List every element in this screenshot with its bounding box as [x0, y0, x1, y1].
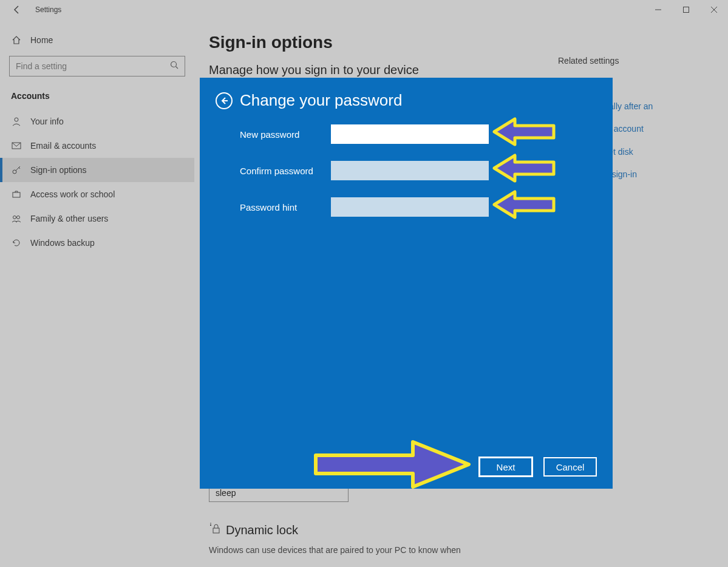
home-label: Home [30, 35, 53, 45]
search-box[interactable] [9, 56, 185, 76]
sidebar-item-your-info[interactable]: Your info [0, 109, 194, 134]
password-hint-label: Password hint [240, 202, 331, 212]
sidebar-item-backup[interactable]: Windows backup [0, 231, 194, 255]
sidebar-item-label: Windows backup [30, 238, 95, 248]
sidebar-item-label: Family & other users [30, 214, 108, 223]
dynamic-lock-desc: Windows can use devices that are paired … [209, 545, 546, 555]
sidebar-item-family[interactable]: Family & other users [0, 206, 194, 231]
sidebar-item-label: Sign-in options [30, 165, 87, 175]
svg-marker-18 [316, 442, 469, 487]
svg-rect-1 [684, 7, 689, 13]
sidebar-section-label: Accounts [0, 87, 194, 109]
sidebar-item-work-school[interactable]: Access work or school [0, 182, 194, 206]
password-hint-input[interactable] [331, 197, 489, 217]
search-input[interactable] [16, 61, 170, 71]
people-icon [11, 214, 22, 223]
window-title: Settings [35, 5, 61, 14]
home-icon [11, 35, 22, 45]
dynamic-lock-heading: Dynamic lock [209, 523, 546, 538]
svg-marker-17 [494, 192, 554, 217]
annotation-arrow-left-icon [491, 152, 557, 185]
sidebar-item-label: Email & accounts [30, 141, 96, 151]
refresh-icon [11, 238, 22, 248]
minimize-button[interactable] [644, 0, 672, 19]
svg-line-10 [19, 168, 20, 169]
home-nav[interactable]: Home [0, 28, 194, 52]
dialog-back-button[interactable] [216, 92, 233, 109]
new-password-input[interactable] [331, 124, 489, 144]
annotation-arrow-left-icon [491, 115, 557, 149]
dialog-title: Change your password [240, 91, 402, 110]
back-button[interactable] [6, 5, 28, 15]
sidebar-item-sign-in[interactable]: Sign-in options [0, 158, 194, 182]
svg-rect-14 [213, 528, 219, 533]
new-password-label: New password [240, 129, 331, 140]
svg-marker-16 [494, 155, 554, 181]
svg-line-5 [176, 67, 179, 69]
sparkle-lock-icon [209, 523, 221, 538]
svg-point-6 [15, 118, 18, 121]
cancel-button[interactable]: Cancel [543, 457, 597, 477]
key-icon [11, 165, 22, 175]
svg-point-4 [171, 62, 177, 67]
sidebar-item-email[interactable]: Email & accounts [0, 134, 194, 158]
briefcase-icon [11, 189, 22, 199]
sidebar: Home Accounts Your info Email & accounts… [0, 19, 194, 567]
svg-point-13 [17, 216, 20, 219]
page-title: Sign-in options [209, 33, 710, 52]
svg-point-12 [13, 216, 16, 219]
close-button[interactable] [700, 0, 728, 19]
mail-icon [11, 141, 22, 151]
search-icon [170, 61, 179, 72]
person-icon [11, 117, 22, 126]
titlebar: Settings [0, 0, 728, 19]
confirm-password-label: Confirm password [240, 166, 331, 176]
annotation-arrow-left-icon [491, 188, 557, 222]
next-button[interactable]: Next [479, 457, 532, 477]
annotation-arrow-right-icon [310, 437, 474, 492]
maximize-button[interactable] [672, 0, 700, 19]
svg-rect-11 [13, 192, 20, 197]
related-title: Related settings [558, 56, 710, 66]
sidebar-item-label: Access work or school [30, 189, 115, 199]
sidebar-item-label: Your info [30, 117, 64, 126]
confirm-password-input[interactable] [331, 161, 489, 180]
svg-marker-15 [494, 119, 554, 144]
